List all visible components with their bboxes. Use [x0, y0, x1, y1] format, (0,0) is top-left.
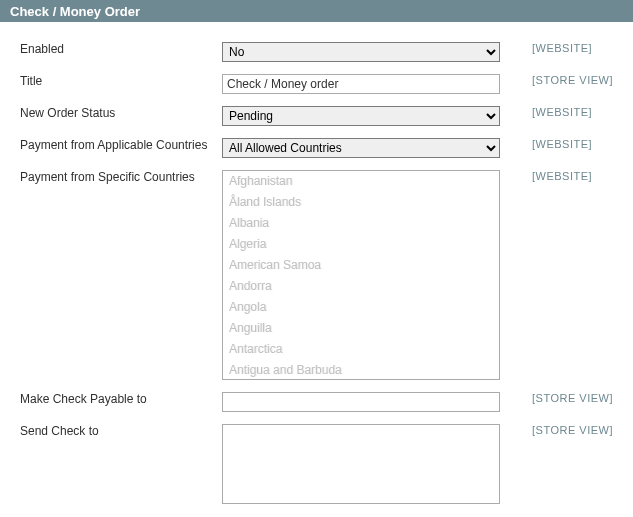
label-allowspecific: Payment from Applicable Countries	[20, 138, 207, 152]
label-order-status: New Order Status	[20, 106, 115, 120]
country-option: Algeria	[223, 234, 499, 255]
config-form-table: Enabled No [WEBSITE] Title [STORE VIEW] …	[0, 22, 633, 513]
label-mailing-address: Send Check to	[20, 424, 99, 438]
country-option: Åland Islands	[223, 192, 499, 213]
title-input[interactable]	[222, 74, 500, 94]
section-header[interactable]: Check / Money Order	[0, 0, 633, 22]
country-option: American Samoa	[223, 255, 499, 276]
country-option: Anguilla	[223, 318, 499, 339]
scope-enabled: [WEBSITE]	[532, 42, 592, 54]
enabled-select[interactable]: No	[222, 42, 500, 62]
mailing-address-textarea[interactable]	[222, 424, 500, 504]
payable-to-input[interactable]	[222, 392, 500, 412]
country-option: Albania	[223, 213, 499, 234]
country-option: Afghanistan	[223, 171, 499, 192]
order-status-select[interactable]: Pending	[222, 106, 500, 126]
scope-specificcountry: [WEBSITE]	[532, 170, 592, 182]
label-specificcountry: Payment from Specific Countries	[20, 170, 195, 184]
section-title: Check / Money Order	[10, 4, 140, 19]
scope-allowspecific: [WEBSITE]	[532, 138, 592, 150]
label-enabled: Enabled	[20, 42, 64, 56]
scope-payable-to: [STORE VIEW]	[532, 392, 613, 404]
allowspecific-select[interactable]: All Allowed Countries	[222, 138, 500, 158]
label-title: Title	[20, 74, 42, 88]
scope-order-status: [WEBSITE]	[532, 106, 592, 118]
country-option: Angola	[223, 297, 499, 318]
country-option: Antarctica	[223, 339, 499, 360]
country-option: Andorra	[223, 276, 499, 297]
scope-title: [STORE VIEW]	[532, 74, 613, 86]
scope-mailing-address: [STORE VIEW]	[532, 424, 613, 436]
country-option: Antigua and Barbuda	[223, 360, 499, 380]
specificcountry-multiselect: Afghanistan Åland Islands Albania Algeri…	[222, 170, 500, 380]
label-payable-to: Make Check Payable to	[20, 392, 147, 406]
